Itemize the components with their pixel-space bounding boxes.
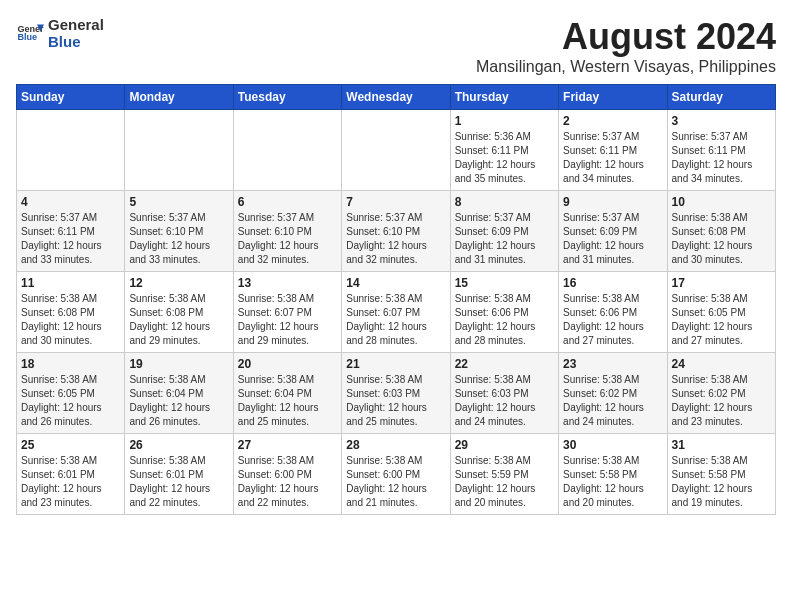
day-info: Sunrise: 5:38 AM Sunset: 6:08 PM Dayligh… [672,211,771,267]
logo-icon: General Blue [16,19,44,47]
day-info: Sunrise: 5:38 AM Sunset: 6:01 PM Dayligh… [21,454,120,510]
day-info: Sunrise: 5:38 AM Sunset: 6:04 PM Dayligh… [238,373,337,429]
day-number: 14 [346,276,445,290]
week-row-3: 18Sunrise: 5:38 AM Sunset: 6:05 PM Dayli… [17,353,776,434]
day-info: Sunrise: 5:38 AM Sunset: 6:07 PM Dayligh… [238,292,337,348]
calendar-subtitle: Mansilingan, Western Visayas, Philippine… [476,58,776,76]
week-row-2: 11Sunrise: 5:38 AM Sunset: 6:08 PM Dayli… [17,272,776,353]
calendar-cell [342,110,450,191]
day-number: 16 [563,276,662,290]
calendar-cell: 7Sunrise: 5:37 AM Sunset: 6:10 PM Daylig… [342,191,450,272]
calendar-cell: 3Sunrise: 5:37 AM Sunset: 6:11 PM Daylig… [667,110,775,191]
day-number: 5 [129,195,228,209]
day-info: Sunrise: 5:38 AM Sunset: 6:08 PM Dayligh… [21,292,120,348]
calendar-cell: 5Sunrise: 5:37 AM Sunset: 6:10 PM Daylig… [125,191,233,272]
calendar-cell [233,110,341,191]
calendar-body: 1Sunrise: 5:36 AM Sunset: 6:11 PM Daylig… [17,110,776,515]
day-number: 22 [455,357,554,371]
day-info: Sunrise: 5:38 AM Sunset: 6:03 PM Dayligh… [346,373,445,429]
svg-text:Blue: Blue [17,32,37,42]
day-info: Sunrise: 5:38 AM Sunset: 6:05 PM Dayligh… [672,292,771,348]
day-number: 21 [346,357,445,371]
calendar-cell: 31Sunrise: 5:38 AM Sunset: 5:58 PM Dayli… [667,434,775,515]
calendar-cell [17,110,125,191]
day-info: Sunrise: 5:38 AM Sunset: 6:03 PM Dayligh… [455,373,554,429]
day-number: 30 [563,438,662,452]
logo: General Blue General Blue [16,16,104,50]
day-number: 12 [129,276,228,290]
day-info: Sunrise: 5:36 AM Sunset: 6:11 PM Dayligh… [455,130,554,186]
day-number: 28 [346,438,445,452]
day-info: Sunrise: 5:37 AM Sunset: 6:10 PM Dayligh… [129,211,228,267]
calendar-cell: 26Sunrise: 5:38 AM Sunset: 6:01 PM Dayli… [125,434,233,515]
day-number: 1 [455,114,554,128]
calendar-cell: 11Sunrise: 5:38 AM Sunset: 6:08 PM Dayli… [17,272,125,353]
day-info: Sunrise: 5:38 AM Sunset: 6:08 PM Dayligh… [129,292,228,348]
day-number: 10 [672,195,771,209]
calendar-cell: 29Sunrise: 5:38 AM Sunset: 5:59 PM Dayli… [450,434,558,515]
day-number: 8 [455,195,554,209]
day-info: Sunrise: 5:37 AM Sunset: 6:11 PM Dayligh… [563,130,662,186]
day-number: 25 [21,438,120,452]
calendar-cell: 19Sunrise: 5:38 AM Sunset: 6:04 PM Dayli… [125,353,233,434]
day-number: 6 [238,195,337,209]
header-wednesday: Wednesday [342,85,450,110]
day-number: 19 [129,357,228,371]
day-info: Sunrise: 5:37 AM Sunset: 6:10 PM Dayligh… [238,211,337,267]
day-number: 29 [455,438,554,452]
calendar-cell: 13Sunrise: 5:38 AM Sunset: 6:07 PM Dayli… [233,272,341,353]
day-info: Sunrise: 5:37 AM Sunset: 6:11 PM Dayligh… [672,130,771,186]
header-row: Sunday Monday Tuesday Wednesday Thursday… [17,85,776,110]
day-number: 20 [238,357,337,371]
day-number: 24 [672,357,771,371]
header-friday: Friday [559,85,667,110]
day-info: Sunrise: 5:38 AM Sunset: 6:01 PM Dayligh… [129,454,228,510]
day-info: Sunrise: 5:38 AM Sunset: 6:06 PM Dayligh… [455,292,554,348]
calendar-cell: 22Sunrise: 5:38 AM Sunset: 6:03 PM Dayli… [450,353,558,434]
calendar-cell: 15Sunrise: 5:38 AM Sunset: 6:06 PM Dayli… [450,272,558,353]
calendar-cell: 14Sunrise: 5:38 AM Sunset: 6:07 PM Dayli… [342,272,450,353]
logo-general: General [48,16,104,33]
day-number: 18 [21,357,120,371]
day-info: Sunrise: 5:37 AM Sunset: 6:10 PM Dayligh… [346,211,445,267]
calendar-cell: 9Sunrise: 5:37 AM Sunset: 6:09 PM Daylig… [559,191,667,272]
day-number: 31 [672,438,771,452]
day-info: Sunrise: 5:38 AM Sunset: 6:07 PM Dayligh… [346,292,445,348]
week-row-4: 25Sunrise: 5:38 AM Sunset: 6:01 PM Dayli… [17,434,776,515]
calendar-cell: 10Sunrise: 5:38 AM Sunset: 6:08 PM Dayli… [667,191,775,272]
calendar-cell: 1Sunrise: 5:36 AM Sunset: 6:11 PM Daylig… [450,110,558,191]
calendar-table: Sunday Monday Tuesday Wednesday Thursday… [16,84,776,515]
day-info: Sunrise: 5:38 AM Sunset: 6:04 PM Dayligh… [129,373,228,429]
calendar-cell [125,110,233,191]
calendar-cell: 8Sunrise: 5:37 AM Sunset: 6:09 PM Daylig… [450,191,558,272]
calendar-cell: 6Sunrise: 5:37 AM Sunset: 6:10 PM Daylig… [233,191,341,272]
day-info: Sunrise: 5:37 AM Sunset: 6:11 PM Dayligh… [21,211,120,267]
header-monday: Monday [125,85,233,110]
header: General Blue General Blue August 2024 Ma… [16,16,776,76]
day-number: 26 [129,438,228,452]
day-number: 23 [563,357,662,371]
day-number: 27 [238,438,337,452]
calendar-cell: 20Sunrise: 5:38 AM Sunset: 6:04 PM Dayli… [233,353,341,434]
title-area: August 2024 Mansilingan, Western Visayas… [476,16,776,76]
day-info: Sunrise: 5:38 AM Sunset: 5:58 PM Dayligh… [563,454,662,510]
calendar-cell: 21Sunrise: 5:38 AM Sunset: 6:03 PM Dayli… [342,353,450,434]
day-number: 9 [563,195,662,209]
day-info: Sunrise: 5:38 AM Sunset: 6:02 PM Dayligh… [672,373,771,429]
calendar-cell: 12Sunrise: 5:38 AM Sunset: 6:08 PM Dayli… [125,272,233,353]
calendar-cell: 25Sunrise: 5:38 AM Sunset: 6:01 PM Dayli… [17,434,125,515]
logo-blue: Blue [48,33,104,50]
calendar-cell: 30Sunrise: 5:38 AM Sunset: 5:58 PM Dayli… [559,434,667,515]
day-number: 11 [21,276,120,290]
day-info: Sunrise: 5:38 AM Sunset: 5:59 PM Dayligh… [455,454,554,510]
calendar-cell: 24Sunrise: 5:38 AM Sunset: 6:02 PM Dayli… [667,353,775,434]
calendar-cell: 27Sunrise: 5:38 AM Sunset: 6:00 PM Dayli… [233,434,341,515]
header-tuesday: Tuesday [233,85,341,110]
calendar-title: August 2024 [476,16,776,58]
day-info: Sunrise: 5:38 AM Sunset: 5:58 PM Dayligh… [672,454,771,510]
day-info: Sunrise: 5:37 AM Sunset: 6:09 PM Dayligh… [455,211,554,267]
calendar-cell: 23Sunrise: 5:38 AM Sunset: 6:02 PM Dayli… [559,353,667,434]
day-info: Sunrise: 5:38 AM Sunset: 6:02 PM Dayligh… [563,373,662,429]
calendar-cell: 18Sunrise: 5:38 AM Sunset: 6:05 PM Dayli… [17,353,125,434]
header-sunday: Sunday [17,85,125,110]
